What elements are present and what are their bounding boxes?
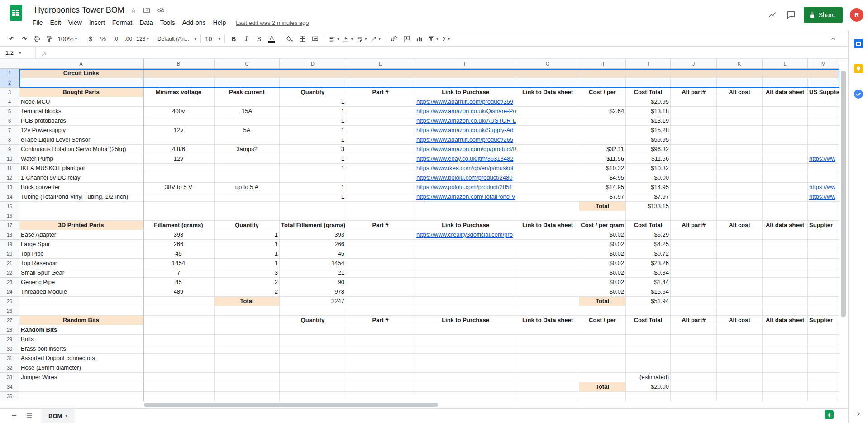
column-header-I[interactable]: I: [626, 59, 671, 69]
cell-B14[interactable]: [143, 192, 215, 202]
cell-F24[interactable]: [415, 287, 516, 297]
cell-F4[interactable]: https://www.adafruit.com/product/359: [415, 97, 516, 107]
vertical-align-button[interactable]: ▾: [341, 33, 354, 45]
row-header-26[interactable]: 26: [0, 306, 19, 316]
cell-C27[interactable]: [215, 316, 280, 325]
cell-M9[interactable]: [808, 145, 839, 154]
row-header-22[interactable]: 22: [0, 268, 19, 278]
cell-H8[interactable]: [579, 135, 626, 145]
cell-C3[interactable]: Peak current: [215, 88, 280, 97]
cell-C12[interactable]: [215, 173, 280, 183]
row-header-10[interactable]: 10: [0, 154, 19, 164]
text-rotation-button[interactable]: ▾: [369, 33, 382, 45]
cell-B5[interactable]: 400v: [143, 107, 215, 116]
row-header-31[interactable]: 31: [0, 354, 19, 363]
cell-M16[interactable]: [808, 211, 839, 221]
cell-B15[interactable]: [143, 202, 215, 211]
cell-B26[interactable]: [143, 306, 215, 316]
cell-J29[interactable]: [671, 335, 717, 344]
cell-I13[interactable]: $14.95: [626, 183, 671, 192]
cell-K24[interactable]: [717, 287, 763, 297]
cell-L16[interactable]: [763, 211, 808, 221]
cell-L3[interactable]: Alt data sheet: [763, 88, 808, 97]
cell-E9[interactable]: [346, 145, 415, 154]
cell-G15[interactable]: [516, 202, 579, 211]
zoom-select[interactable]: 100%▾: [56, 33, 78, 45]
cell-G33[interactable]: [516, 373, 579, 382]
cell-C20[interactable]: 1: [215, 249, 280, 259]
row-header-23[interactable]: 23: [0, 278, 19, 287]
cell-B32[interactable]: [143, 363, 215, 373]
cell-M35[interactable]: [808, 392, 839, 401]
cell-F5[interactable]: https://www.amazon.co.uk/Qishare-Po: [415, 107, 516, 116]
cell-L29[interactable]: [763, 335, 808, 344]
column-header-L[interactable]: L: [763, 59, 808, 69]
cell-F22[interactable]: [415, 268, 516, 278]
cell-A16[interactable]: [19, 211, 143, 221]
cell-G17[interactable]: Link to Data sheet: [516, 221, 579, 230]
cell-J24[interactable]: [671, 287, 717, 297]
cell-B16[interactable]: [143, 211, 215, 221]
cell-A25[interactable]: [19, 297, 143, 306]
more-formats-button[interactable]: 123▾: [135, 33, 150, 45]
cell-B10[interactable]: 12v: [143, 154, 215, 164]
cell-K33[interactable]: [717, 373, 763, 382]
cell-F8[interactable]: https://www.adafruit.com/product/265: [415, 135, 516, 145]
cell-D11[interactable]: 1: [280, 164, 346, 173]
cell-B25[interactable]: [143, 297, 215, 306]
cell-M21[interactable]: [808, 259, 839, 268]
vertical-scrollbar-thumb[interactable]: [841, 71, 846, 317]
cell-G5[interactable]: [516, 107, 579, 116]
cell-L11[interactable]: [763, 164, 808, 173]
cell-F21[interactable]: [415, 259, 516, 268]
cell-L18[interactable]: [763, 230, 808, 240]
cell-G23[interactable]: [516, 278, 579, 287]
cell-G22[interactable]: [516, 268, 579, 278]
formula-input[interactable]: [46, 47, 848, 58]
cell-F12[interactable]: https://www.pololu.com/product/2480: [415, 173, 516, 183]
cell-M28[interactable]: [808, 325, 839, 335]
cell-G3[interactable]: Link to Data sheet: [516, 88, 579, 97]
row-header-9[interactable]: 9: [0, 145, 19, 154]
cell-K31[interactable]: [717, 354, 763, 363]
column-header-B[interactable]: B: [143, 59, 215, 69]
row-header-25[interactable]: 25: [0, 297, 19, 306]
cell-C4[interactable]: [215, 97, 280, 107]
cell-J10[interactable]: [671, 154, 717, 164]
cell-F19[interactable]: [415, 240, 516, 249]
cell-M34[interactable]: [808, 382, 839, 392]
cell-G14[interactable]: [516, 192, 579, 202]
cell-M17[interactable]: Supplier: [808, 221, 839, 230]
cell-M26[interactable]: [808, 306, 839, 316]
cell-F9[interactable]: https://www.amazon.com/gp/product/B: [415, 145, 516, 154]
cell-H35[interactable]: [579, 392, 626, 401]
cell-H2[interactable]: [579, 78, 626, 88]
cell-K3[interactable]: Alt cost: [717, 88, 763, 97]
cell-K34[interactable]: [717, 382, 763, 392]
cell-F32[interactable]: [415, 363, 516, 373]
cell-M3[interactable]: US Suppliers: [808, 88, 839, 97]
cell-G30[interactable]: [516, 344, 579, 354]
cell-K30[interactable]: [717, 344, 763, 354]
row-header-28[interactable]: 28: [0, 325, 19, 335]
cell-B1[interactable]: [143, 69, 215, 78]
cell-I25[interactable]: $51.94: [626, 297, 671, 306]
cell-G26[interactable]: [516, 306, 579, 316]
cell-H9[interactable]: $32.11: [579, 145, 626, 154]
cell-L15[interactable]: [763, 202, 808, 211]
cell-I30[interactable]: [626, 344, 671, 354]
cell-K4[interactable]: [717, 97, 763, 107]
cell-M22[interactable]: [808, 268, 839, 278]
cell-E4[interactable]: [346, 97, 415, 107]
cell-A11[interactable]: IKEA MUSKOT plant pot: [19, 164, 143, 173]
cell-D9[interactable]: 3: [280, 145, 346, 154]
cell-J14[interactable]: [671, 192, 717, 202]
account-avatar[interactable]: R: [850, 8, 863, 22]
cell-E3[interactable]: Part #: [346, 88, 415, 97]
cell-H12[interactable]: $4.95: [579, 173, 626, 183]
cell-C7[interactable]: 5A: [215, 126, 280, 135]
cell-F14[interactable]: https://www.amazon.com/TotalPond-V: [415, 192, 516, 202]
cell-E7[interactable]: [346, 126, 415, 135]
cell-M23[interactable]: [808, 278, 839, 287]
cell-B22[interactable]: 7: [143, 268, 215, 278]
